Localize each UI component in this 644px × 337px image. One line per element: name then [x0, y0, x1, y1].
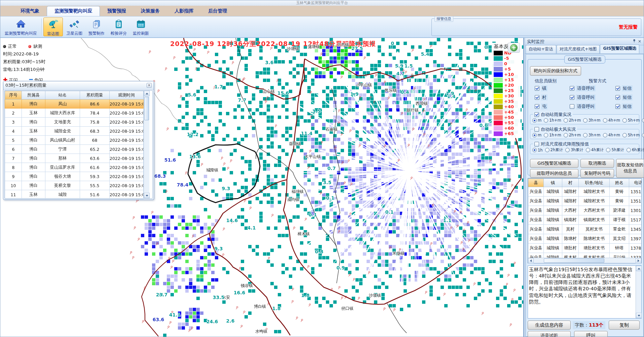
tab-自动站+雷达[interactable]: 自动站+雷达 — [526, 45, 556, 53]
contact-column-header[interactable]: 村 — [562, 179, 579, 187]
toolbar-button-calendar[interactable]: 监控刷新 — [130, 17, 152, 36]
table-row[interactable]: 2玉林城隍大西水库78.42022-08-19 15:00 — [5, 109, 144, 118]
scroll-down-icon[interactable] — [636, 313, 642, 318]
radio-option-4h累计[interactable]: 4h累计 — [586, 148, 604, 153]
rain-column-header[interactable]: 序号 — [5, 91, 22, 99]
table-row[interactable]: 10博白英桥文黎55.52022-08-19 15:00 — [5, 181, 144, 190]
panel-close-icon[interactable]: × — [637, 39, 642, 44]
table-row[interactable]: 兴业县城隍镇莫村莫村支书覃金乾134575405 — [528, 225, 642, 234]
contacts-hscrollbar[interactable] — [528, 258, 641, 263]
table-row[interactable]: 兴业县城隍镇大西村大西村支书梁泽建130149571 — [528, 206, 642, 215]
contact-column-header[interactable]: 姓名 — [610, 179, 629, 187]
table-row[interactable]: 11玉林城隍51.62022-08-19 15:00 — [5, 190, 144, 199]
sms-checkbox-村[interactable]: 短信 — [615, 94, 644, 100]
scroll-left-icon[interactable] — [528, 258, 534, 263]
scroll-right-icon[interactable] — [636, 258, 641, 263]
call-button[interactable]: 呼叫 — [574, 331, 608, 337]
radio-option-2h+m[interactable]: 2h+m — [564, 118, 581, 123]
radio-option-5h累计[interactable]: 5h累计 — [606, 148, 624, 153]
copy-button[interactable]: 复制 — [609, 321, 640, 330]
radio-option-5h+m[interactable]: 5h+m — [622, 133, 640, 137]
scroll-thumb[interactable] — [544, 258, 604, 263]
menu-tab-环境气象[interactable]: 环境气象 — [13, 6, 47, 16]
copy-call-numbers-button[interactable]: 复制呼叫号码 — [580, 169, 614, 178]
scroll-up-icon[interactable] — [144, 91, 150, 96]
rain-column-header[interactable]: 观测时间 — [110, 91, 144, 99]
close-icon[interactable]: × — [147, 83, 152, 88]
radio-option-1h+m[interactable]: 1h+m — [544, 133, 561, 137]
radio-option-3h累计[interactable]: 3h累计 — [565, 148, 583, 153]
radio-option-1h+m[interactable]: 1h+m — [544, 118, 561, 123]
voice-call-checkbox-村[interactable]: 语音呼叫 — [570, 94, 615, 100]
contact-column-header[interactable]: 职务/地址 — [579, 179, 610, 187]
table-row[interactable]: 8博白亚山温罗水库61.62022-08-19 15:00 — [5, 163, 144, 172]
table-row[interactable]: 1博白凤山86.62022-08-19 15:00 — [5, 99, 144, 109]
pin-icon[interactable] — [632, 39, 637, 44]
radio-option-2h累计[interactable]: 2h累计 — [545, 148, 563, 153]
table-row[interactable]: 兴业县城隍镇塘肚村塘肚村支书钟塔137885534 — [528, 244, 642, 253]
table-row[interactable]: 6博白宁潭65.22022-08-19 15:00 — [5, 145, 144, 154]
radio-option-3h+m[interactable]: 3h+m — [583, 118, 600, 123]
table-row[interactable]: 兴业县城隍镇镇南村镇南村支书谭于模151775946 — [528, 215, 642, 225]
table-row[interactable]: 兴业县城隍镇陈塘村陈塘村支书莫文绍139775796 — [528, 234, 642, 244]
toolbar-button-home[interactable]: 监测预警靶向叫应 — [2, 17, 40, 36]
cancel-select-button[interactable]: 取消圈选 — [580, 159, 614, 168]
tab-GIS预警区域圈选[interactable]: GIS预警区域圈选 — [600, 44, 639, 53]
radio-option-2h+m[interactable]: 2h+m — [564, 133, 581, 137]
radio-option-4h+m[interactable]: 4h+m — [603, 133, 620, 137]
menu-tab-预警预报[interactable]: 预警预报 — [100, 6, 134, 16]
radio-option-5h+m[interactable]: 5h+m — [622, 118, 640, 123]
auto-wind-group-checkbox[interactable] — [534, 127, 539, 132]
toolbar-button-radar[interactable]: 雷达图 — [43, 17, 63, 36]
radio-option-m[interactable]: m — [532, 118, 541, 123]
table-row[interactable]: 兴业县城隍镇枫木村枫木村支书吴以悦137375511 — [528, 253, 642, 258]
level-checkbox-村[interactable]: 村 — [535, 94, 570, 100]
table-row[interactable]: 3博白文地姜充75.82022-08-19 15:00 — [5, 118, 144, 127]
rain-window-titlebar[interactable]: 03时~15时累积雨量 × — [3, 81, 154, 90]
rain-column-header[interactable]: 累积雨量 — [80, 91, 110, 99]
table-row[interactable]: 4玉林城隍金党68.32022-08-19 15:00 — [5, 127, 144, 136]
level-checkbox-镇[interactable]: 镇 — [535, 85, 570, 91]
contact-column-header[interactable]: 电话号码 — [629, 179, 642, 187]
table-row[interactable]: 9博白顿谷大塘59.32022-08-19 15:00 — [5, 172, 144, 181]
model-rain-group-checkbox[interactable] — [534, 142, 539, 146]
radio-option-12h+m[interactable]: 12h+m — [642, 133, 644, 137]
table-row[interactable]: 兴业县城隍镇城隍村城隍村支书黄铸135176975 — [528, 197, 642, 206]
rain-column-header[interactable]: 站名 — [45, 91, 80, 99]
radio-option-m[interactable]: m — [532, 133, 541, 137]
menu-tab-决策服务[interactable]: 决策服务 — [134, 6, 167, 16]
generate-message-button[interactable]: 生成信息内容 — [528, 321, 571, 330]
toolbar-button-satellite[interactable]: 卫星云图 — [64, 17, 85, 36]
scroll-down-icon[interactable] — [144, 193, 150, 198]
radio-option-12h+m[interactable]: 12h+m — [642, 118, 644, 123]
zoom-in-button[interactable]: + — [508, 43, 520, 53]
voice-preview-button[interactable]: 语音试听 — [528, 331, 571, 337]
message-vscrollbar[interactable] — [636, 266, 641, 318]
gis-select-button[interactable]: GIS预警区域圈选 — [530, 159, 578, 168]
radio-option-1h[interactable]: 1h — [532, 148, 543, 153]
menu-tab-监测预警靶向叫应[interactable]: 监测预警靶向叫应 — [47, 6, 100, 16]
voice-call-checkbox-屯[interactable]: 语音呼叫 — [570, 103, 615, 110]
scroll-up-icon[interactable] — [636, 266, 642, 271]
menu-tab-人影指挥[interactable]: 人影指挥 — [167, 6, 201, 16]
sms-checkbox-镇[interactable]: 短信 — [615, 85, 644, 91]
table-row[interactable]: 5博白凤山镇凤山村682022-08-19 15:00 — [5, 136, 144, 145]
tab-对流尺度模式+地图[interactable]: 对流尺度模式+地图 — [557, 45, 600, 53]
level-checkbox-屯[interactable]: 屯 — [535, 103, 570, 110]
scroll-thumb[interactable] — [144, 97, 149, 120]
voice-call-checkbox-镇[interactable]: 语音呼叫 — [570, 85, 615, 91]
toolbar-button-doc[interactable]: 预警制作 — [86, 17, 107, 36]
extract-sms-informers-button[interactable]: 提取发短信的信息员 — [616, 159, 644, 178]
radio-option-3h+m[interactable]: 3h+m — [583, 133, 600, 137]
table-row[interactable]: 兴业县城隍镇城隍村城隍村支书黄铸135176975 — [528, 187, 642, 197]
toolbar-button-clipboard[interactable]: 检验评分 — [108, 17, 129, 36]
rain-table-vscrollbar[interactable] — [144, 91, 149, 198]
contact-column-header[interactable]: 镇 — [544, 179, 562, 187]
table-row[interactable]: 7博白那林63.62022-08-19 15:00 — [5, 154, 144, 163]
auto-rain-group-checkbox[interactable] — [534, 112, 539, 117]
extract-call-informers-button[interactable]: 提取呼叫的信息员 — [530, 169, 578, 178]
radio-option-6h累计[interactable]: 6h累计 — [627, 148, 644, 153]
sms-checkbox-屯[interactable]: 短信 — [615, 103, 644, 110]
menu-tab-后台管理[interactable]: 后台管理 — [201, 6, 234, 16]
contact-column-header[interactable]: 县 — [528, 179, 544, 187]
